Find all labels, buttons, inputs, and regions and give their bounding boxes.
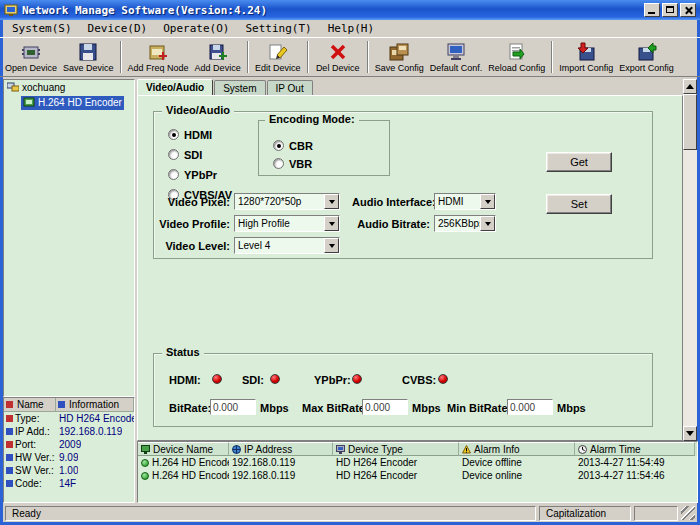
menu-system[interactable]: System(S)	[4, 21, 80, 36]
header-alarm-time[interactable]: Alarm Time	[575, 442, 695, 456]
add-device-button[interactable]: Add Device	[192, 39, 244, 76]
toolbar-separator	[551, 41, 553, 73]
video-pixel-select[interactable]: 1280*720*50p	[234, 193, 340, 210]
import-config-button[interactable]: Import Config	[556, 39, 616, 76]
table-row[interactable]: H.264 HD Encoder 192.168.0.119 HD H264 E…	[138, 469, 697, 482]
chevron-down-icon[interactable]	[324, 216, 339, 231]
tree-root-item[interactable]: xochuang	[4, 80, 134, 95]
vertical-scrollbar[interactable]	[683, 79, 697, 441]
menu-operate[interactable]: Operate(O)	[155, 21, 237, 36]
audio-bitrate-select[interactable]: 256KBbps	[434, 215, 496, 232]
chevron-down-icon[interactable]	[324, 194, 339, 209]
information-column-icon	[58, 401, 65, 408]
maximize-button[interactable]	[662, 3, 678, 17]
minimize-button[interactable]	[644, 3, 660, 17]
chevron-down-glyph	[329, 200, 335, 207]
sdi-led-label: SDI:	[242, 374, 264, 386]
radio-hdmi[interactable]: HDMI	[168, 128, 212, 141]
alarm-time-column-icon	[578, 445, 587, 454]
status-capitalization: Capitalization	[539, 506, 631, 521]
chevron-down-glyph	[329, 244, 335, 251]
open-device-button[interactable]: Open Device	[2, 39, 60, 76]
name-column-icon	[6, 401, 13, 408]
save-config-label: Save Config	[375, 63, 424, 73]
tab-ip-out[interactable]: IP Out	[267, 80, 313, 95]
bitrate-input[interactable]	[210, 399, 256, 415]
radio-vbr[interactable]: VBR	[273, 157, 312, 170]
close-button[interactable]	[680, 3, 696, 17]
header-device-name[interactable]: Device Name	[138, 442, 229, 456]
del-device-label: Del Device	[316, 63, 360, 73]
cell-alarm-time: 2013-4-27 11:54:46	[575, 470, 695, 481]
reload-config-button[interactable]: Reload Config	[485, 39, 548, 76]
status-group: Status HDMI: SDI: YPbPr: CVBS: BitRate: …	[153, 353, 653, 427]
radio-dot-icon	[168, 169, 179, 180]
export-config-label: Export Config	[619, 63, 674, 73]
info-row-port: Port: 2009	[4, 438, 134, 451]
app-window: Network Manage Software(Version:4.24) Sy…	[0, 0, 700, 525]
toolbar-separator	[247, 41, 249, 73]
tree-root-label: xochuang	[22, 82, 65, 93]
menu-setting[interactable]: Setting(T)	[237, 21, 319, 36]
chevron-down-icon[interactable]	[324, 238, 339, 253]
scroll-down-button[interactable]	[683, 426, 697, 441]
min-bitrate-unit: Mbps	[557, 402, 586, 414]
video-audio-group-title: Video/Audio	[162, 104, 234, 116]
toolbar-separator	[120, 41, 122, 73]
menubar: System(S) Device(D) Operate(O) Setting(T…	[0, 20, 700, 37]
device-table-header: Device Name IP Address Device Type Alarm…	[138, 442, 697, 456]
del-device-button[interactable]: Del Device	[312, 39, 364, 76]
alarm-info-column-icon	[462, 445, 471, 454]
tabstrip: Video/Audio System IP Out	[137, 79, 314, 95]
table-row[interactable]: H.264 HD Encoder 192.168.0.119 HD H264 E…	[138, 456, 697, 469]
scroll-up-button[interactable]	[683, 79, 697, 94]
radio-cbr[interactable]: CBR	[273, 139, 313, 152]
hdmi-led-label: HDMI:	[169, 374, 201, 386]
header-alarm-info-label: Alarm Info	[474, 444, 520, 455]
cell-type-text: HD H264 Encoder	[336, 470, 417, 481]
resize-grip[interactable]	[681, 506, 695, 520]
save-config-button[interactable]: Save Config	[372, 39, 427, 76]
property-icon	[6, 467, 13, 474]
max-bitrate-unit: Mbps	[412, 402, 441, 414]
chevron-down-icon[interactable]	[480, 194, 495, 209]
ypbpr-led-label: YPbPr:	[314, 374, 351, 386]
tree-selected-item[interactable]: H.264 HD Encoder	[21, 96, 124, 110]
scrollbar-thumb[interactable]	[683, 94, 697, 150]
audio-interface-select[interactable]: HDMI	[434, 193, 496, 210]
default-conf-button[interactable]: Default Conf.	[427, 39, 486, 76]
header-device-name-label: Device Name	[153, 444, 213, 455]
chevron-down-icon[interactable]	[480, 216, 495, 231]
save-device-button[interactable]: Save Device	[60, 39, 117, 76]
device-status-icon	[141, 459, 149, 467]
video-profile-select[interactable]: High Profile	[234, 215, 340, 232]
info-value: 9.09	[59, 452, 78, 463]
info-name: Type:	[15, 413, 59, 424]
header-alarm-info[interactable]: Alarm Info	[459, 442, 575, 456]
min-bitrate-input[interactable]	[507, 399, 553, 415]
menu-help[interactable]: Help(H)	[320, 21, 382, 36]
tab-video-audio[interactable]: Video/Audio	[137, 79, 213, 95]
add-freq-node-button[interactable]: Add Freq Node	[125, 39, 192, 76]
edit-device-button[interactable]: Edit Device	[252, 39, 304, 76]
tab-system[interactable]: System	[214, 80, 265, 95]
radio-vbr-label: VBR	[289, 158, 312, 170]
add-freq-node-icon	[147, 42, 169, 62]
radio-ypbpr[interactable]: YPbPr	[168, 168, 217, 181]
cell-alarm-info: Device online	[459, 470, 575, 481]
header-ip-address[interactable]: IP Address	[229, 442, 333, 456]
export-config-button[interactable]: Export Config	[616, 39, 677, 76]
max-bitrate-input[interactable]	[362, 399, 408, 415]
get-button[interactable]: Get	[546, 152, 612, 172]
info-name: IP Add.:	[15, 426, 59, 437]
set-button[interactable]: Set	[546, 194, 612, 214]
video-level-select[interactable]: Level 4	[234, 237, 340, 254]
tree-encoder-item[interactable]: H.264 HD Encoder	[4, 95, 134, 110]
chevron-down-glyph	[485, 222, 491, 229]
encoding-mode-title: Encoding Mode:	[265, 113, 359, 125]
header-device-type[interactable]: Device Type	[333, 442, 459, 456]
reload-config-icon	[506, 42, 528, 62]
radio-sdi[interactable]: SDI	[168, 148, 202, 161]
menu-device[interactable]: Device(D)	[80, 21, 156, 36]
cell-ip-address: 192.168.0.119	[229, 457, 333, 468]
